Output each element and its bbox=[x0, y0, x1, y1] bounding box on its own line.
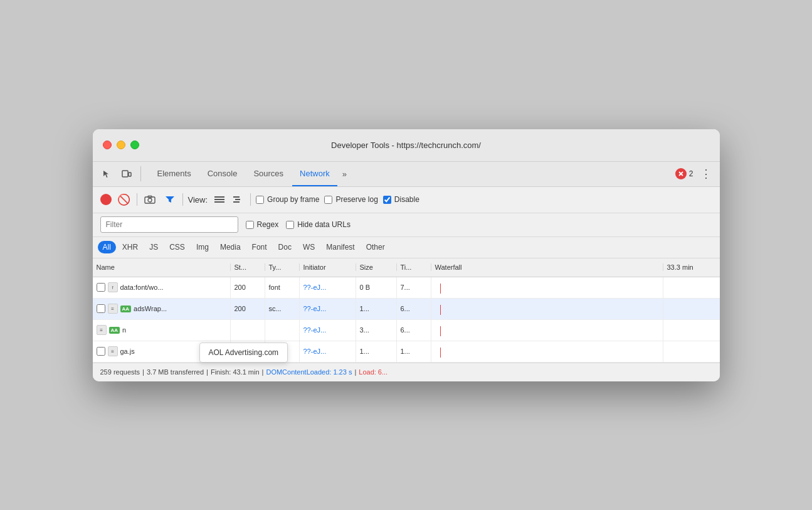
table-body: f data:font/wo... 200 font ??-eJ... 0 B … bbox=[93, 277, 720, 363]
td-waterfall-0 bbox=[431, 277, 663, 298]
row-checkbox-0[interactable] bbox=[97, 283, 105, 292]
th-time2: 33.3 min bbox=[663, 263, 720, 271]
window-title: Developer Tools - https://techcrunch.com… bbox=[331, 141, 481, 150]
preserve-log-checkbox[interactable] bbox=[324, 196, 332, 204]
regex-label[interactable]: Regex bbox=[246, 220, 279, 229]
type-img[interactable]: Img bbox=[191, 241, 214, 253]
td-waterfall-2 bbox=[431, 320, 663, 341]
td-initiator-3: ??-eJ... bbox=[300, 341, 356, 362]
cursor-icon[interactable] bbox=[98, 165, 115, 183]
view-list-icon[interactable] bbox=[213, 193, 226, 206]
status-requests: 259 requests bbox=[100, 368, 140, 376]
file-icon-2: ≡ bbox=[97, 325, 107, 335]
th-type[interactable]: Ty... bbox=[265, 263, 300, 271]
th-initiator[interactable]: Initiator bbox=[300, 263, 356, 271]
preserve-log-label[interactable]: Preserve log bbox=[324, 195, 377, 204]
hide-data-urls-checkbox[interactable] bbox=[286, 221, 294, 229]
td-type-0: font bbox=[265, 277, 300, 298]
type-manifest[interactable]: Manifest bbox=[321, 241, 359, 253]
tab-sources[interactable]: Sources bbox=[246, 162, 291, 186]
record-button[interactable] bbox=[100, 194, 112, 205]
table-row[interactable]: ≡ AA adsWrap... 200 sc... ??-eJ... 1... … bbox=[93, 299, 720, 320]
file-icon-1: ≡ bbox=[108, 304, 118, 314]
type-filter-bar: All XHR JS CSS Img Media Font Doc WS Man… bbox=[93, 237, 720, 258]
row-name-1: adsWrap... bbox=[134, 305, 167, 312]
close-button[interactable] bbox=[103, 141, 112, 149]
file-icon-3: ≡ bbox=[108, 346, 118, 356]
maximize-button[interactable] bbox=[130, 141, 139, 149]
regex-checkbox[interactable] bbox=[246, 221, 254, 229]
filter-bar: Regex Hide data URLs bbox=[93, 213, 720, 237]
toolbar: 🚫 View: bbox=[93, 187, 720, 213]
type-xhr[interactable]: XHR bbox=[117, 241, 143, 253]
td-size-1: 1... bbox=[356, 299, 397, 319]
toolbar-divider-1 bbox=[137, 193, 137, 206]
camera-icon[interactable] bbox=[142, 192, 157, 207]
disable-cache-label[interactable]: Disable bbox=[383, 195, 419, 204]
toolbar-divider-3 bbox=[250, 193, 251, 206]
th-name[interactable]: Name bbox=[93, 263, 231, 271]
view-label: View: bbox=[188, 195, 208, 205]
disable-cache-checkbox[interactable] bbox=[383, 196, 391, 204]
tab-bar-right: 2 ⋮ bbox=[675, 162, 715, 186]
table-row[interactable]: ≡ ga.js 200 sc... ??-eJ... 1... 1... bbox=[93, 341, 720, 363]
type-media[interactable]: Media bbox=[215, 241, 246, 253]
error-close-icon[interactable] bbox=[675, 168, 687, 179]
devtools-window: Developer Tools - https://techcrunch.com… bbox=[93, 129, 720, 381]
table-row[interactable]: f data:font/wo... 200 font ??-eJ... 0 B … bbox=[93, 277, 720, 299]
svg-rect-9 bbox=[214, 201, 224, 203]
filter-input-wrap bbox=[100, 216, 238, 233]
device-toggle-icon[interactable] bbox=[118, 165, 135, 183]
type-all[interactable]: All bbox=[98, 241, 116, 253]
th-size[interactable]: Size bbox=[356, 263, 397, 271]
td-time-1: 6... bbox=[397, 299, 431, 319]
tab-console[interactable]: Console bbox=[200, 162, 245, 186]
td-type-2 bbox=[265, 320, 300, 341]
filter-icon[interactable] bbox=[162, 192, 177, 207]
group-by-frame-checkbox[interactable] bbox=[256, 196, 264, 204]
table-row[interactable]: ≡ AA n AOL Advertising.com ??-eJ... 3...… bbox=[93, 320, 720, 341]
row-name-2: n bbox=[122, 326, 126, 334]
group-by-frame-label[interactable]: Group by frame bbox=[256, 195, 319, 204]
tab-elements[interactable]: Elements bbox=[150, 162, 199, 186]
error-count: 2 bbox=[689, 169, 693, 178]
td-size-0: 0 B bbox=[356, 277, 397, 298]
row-checkbox-3[interactable] bbox=[97, 347, 105, 356]
tab-network[interactable]: Network bbox=[292, 162, 337, 186]
error-badge-group: 2 bbox=[675, 168, 693, 179]
filter-input[interactable] bbox=[100, 216, 238, 233]
row-checkbox-1[interactable] bbox=[97, 304, 105, 313]
td-name-2: ≡ AA n AOL Advertising.com bbox=[93, 320, 231, 341]
type-font[interactable]: Font bbox=[247, 241, 272, 253]
td-waterfall-1 bbox=[431, 299, 663, 319]
type-doc[interactable]: Doc bbox=[273, 241, 297, 253]
aa-badge-2: AA bbox=[109, 327, 120, 334]
td-extra-0 bbox=[663, 277, 720, 298]
svg-rect-11 bbox=[235, 199, 240, 200]
status-transferred: 3.7 MB transferred bbox=[147, 368, 204, 376]
type-js[interactable]: JS bbox=[144, 241, 163, 253]
file-icon-0: f bbox=[108, 282, 118, 292]
svg-rect-0 bbox=[122, 171, 128, 177]
type-other[interactable]: Other bbox=[361, 241, 390, 253]
th-waterfall[interactable]: Waterfall bbox=[431, 263, 663, 271]
hide-data-urls-label[interactable]: Hide data URLs bbox=[286, 220, 351, 229]
minimize-button[interactable] bbox=[117, 141, 125, 149]
aa-badge-1: AA bbox=[120, 305, 132, 312]
devtools-menu-icon[interactable]: ⋮ bbox=[697, 165, 715, 183]
td-size-3: 1... bbox=[356, 341, 397, 362]
th-time[interactable]: Ti... bbox=[397, 263, 431, 271]
tab-bar-left bbox=[98, 162, 144, 186]
td-initiator-2: ??-eJ... bbox=[300, 320, 356, 341]
clear-button[interactable]: 🚫 bbox=[117, 192, 132, 207]
view-tree-icon[interactable] bbox=[231, 193, 245, 206]
status-finish: Finish: 43.1 min bbox=[211, 368, 260, 376]
type-css[interactable]: CSS bbox=[164, 241, 190, 253]
td-name-0: f data:font/wo... bbox=[93, 277, 231, 298]
title-bar: Developer Tools - https://techcrunch.com… bbox=[93, 129, 720, 162]
svg-point-5 bbox=[148, 198, 152, 202]
tab-more[interactable]: » bbox=[339, 162, 351, 186]
td-extra-1 bbox=[663, 299, 720, 319]
th-status[interactable]: St... bbox=[231, 263, 265, 271]
type-ws[interactable]: WS bbox=[298, 241, 320, 253]
